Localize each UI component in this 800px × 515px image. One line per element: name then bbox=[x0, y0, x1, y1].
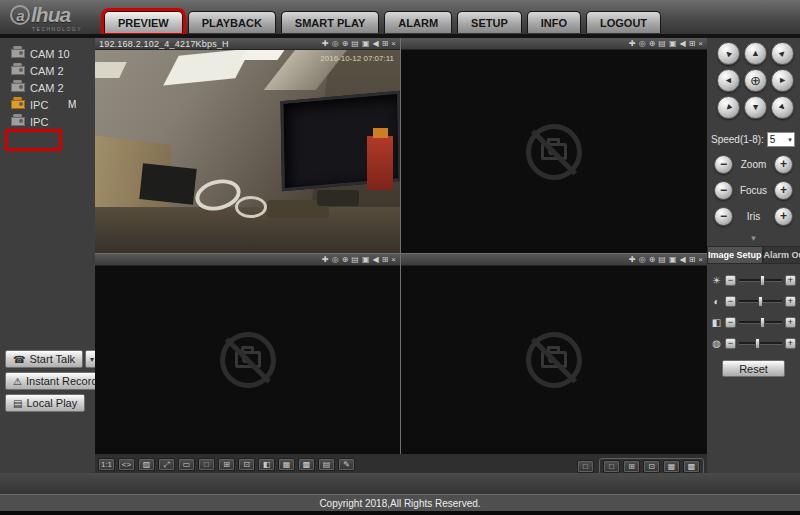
channel-ipc[interactable]: IPC bbox=[0, 113, 94, 130]
fluency-button[interactable]: ▨ bbox=[138, 458, 155, 471]
split-8-button[interactable]: ◧ bbox=[258, 458, 275, 471]
tab-alarm-out[interactable]: Alarm Out bbox=[763, 246, 800, 264]
stream-icon[interactable]: ⊞ bbox=[382, 255, 389, 265]
channel-cam2-a[interactable]: CAM 2 bbox=[0, 62, 94, 79]
close-icon[interactable]: × bbox=[391, 39, 396, 49]
focus-minus-button[interactable]: − bbox=[714, 181, 733, 200]
iris-plus-button[interactable]: + bbox=[774, 207, 793, 226]
audio-icon[interactable]: ◀ bbox=[679, 39, 685, 49]
ptz-right-button[interactable]: ▲ bbox=[771, 69, 794, 92]
brightness-slider[interactable] bbox=[739, 279, 782, 282]
ptz-collapse-arrow[interactable]: ▼ bbox=[707, 234, 800, 243]
split-13-button[interactable]: ▩ bbox=[298, 458, 315, 471]
stream-icon[interactable]: ⊞ bbox=[689, 255, 696, 265]
video-pane-1[interactable]: 192.168.2.102_4_4217Kbps_H ✚ ◎ ⊕ ▤ ▣ ◀ ⊞… bbox=[95, 38, 400, 253]
ptz-icon[interactable]: ✚ bbox=[629, 255, 636, 265]
channel-ipc-active[interactable]: IPC M bbox=[0, 96, 94, 113]
ptz-icon[interactable]: ✚ bbox=[322, 39, 329, 49]
channel-cam2-b[interactable]: CAM 2 bbox=[0, 79, 94, 96]
ptz-down-right-button[interactable]: ▲ bbox=[771, 96, 794, 119]
video-pane-2[interactable]: ✚ ◎ ⊕ ▤ ▣ ◀ ⊞ × bbox=[401, 38, 707, 253]
saturation-minus-button[interactable]: − bbox=[725, 317, 736, 328]
video-pane-4[interactable]: ✚ ◎ ⊕ ▤ ▣ ◀ ⊞ × bbox=[401, 254, 707, 454]
contrast-slider[interactable] bbox=[739, 300, 782, 303]
instant-record-button[interactable]: ⚠ Instant Record bbox=[5, 372, 106, 390]
tab-image-setup[interactable]: Image Setup bbox=[707, 246, 763, 264]
local-play-button[interactable]: ▤ Local Play bbox=[5, 394, 85, 412]
layout-6-button[interactable]: ⊡ bbox=[643, 460, 660, 473]
snapshot-icon[interactable]: ▣ bbox=[669, 255, 677, 265]
record-icon[interactable]: ▤ bbox=[351, 255, 359, 265]
snapshot-icon[interactable]: ▣ bbox=[362, 255, 370, 265]
split-6-button[interactable]: ⊡ bbox=[238, 458, 255, 471]
slider-thumb[interactable] bbox=[760, 317, 765, 328]
audio-icon[interactable]: ◀ bbox=[372, 255, 378, 265]
reset-button[interactable]: Reset bbox=[722, 360, 785, 377]
start-talk-button[interactable]: ☎ Start Talk bbox=[5, 350, 83, 368]
split-1-button[interactable]: □ bbox=[198, 458, 215, 471]
hue-plus-button[interactable]: + bbox=[785, 338, 796, 349]
close-icon[interactable]: × bbox=[391, 255, 396, 265]
speed-select[interactable]: 5 ▾ bbox=[767, 132, 795, 147]
record-icon[interactable]: ▤ bbox=[351, 39, 359, 49]
video-pane-3[interactable]: ✚ ◎ ⊕ ▤ ▣ ◀ ⊞ × bbox=[95, 254, 400, 454]
layout-9-button[interactable]: ▦ bbox=[663, 460, 680, 473]
channel-cam10[interactable]: CAM 10 bbox=[0, 45, 94, 62]
split-16-button[interactable]: ▤ bbox=[318, 458, 335, 471]
slider-thumb[interactable] bbox=[758, 296, 763, 307]
adaptive-size-button[interactable]: <> bbox=[118, 458, 135, 471]
digital-zoom-icon[interactable]: ⊕ bbox=[342, 39, 349, 49]
zoom-in-button[interactable]: + bbox=[774, 155, 793, 174]
tab-logout[interactable]: LOGOUT bbox=[586, 11, 661, 33]
snapshot-icon[interactable]: ▣ bbox=[362, 39, 370, 49]
hue-minus-button[interactable]: − bbox=[725, 338, 736, 349]
split-4-button[interactable]: ⊞ bbox=[218, 458, 235, 471]
ptz-up-button[interactable]: ▲ bbox=[744, 42, 767, 65]
tab-info[interactable]: INFO bbox=[527, 11, 581, 33]
tab-preview[interactable]: PREVIEW bbox=[104, 11, 183, 33]
layout-16-button[interactable]: ▩ bbox=[683, 460, 700, 473]
layout-1-button[interactable]: □ bbox=[603, 460, 620, 473]
snapshot-icon[interactable]: ▣ bbox=[669, 39, 677, 49]
contrast-plus-button[interactable]: + bbox=[785, 296, 796, 307]
slider-thumb[interactable] bbox=[755, 338, 760, 349]
contrast-minus-button[interactable]: − bbox=[725, 296, 736, 307]
ptz-quick-position-button[interactable]: ⊕ bbox=[744, 69, 767, 92]
iris-minus-button[interactable]: − bbox=[714, 207, 733, 226]
original-size-button[interactable]: 1:1 bbox=[98, 458, 115, 471]
layout-4-button[interactable]: ⊞ bbox=[623, 460, 640, 473]
tab-smart-play[interactable]: SMART PLAY bbox=[281, 11, 380, 33]
audio-icon[interactable]: ◀ bbox=[679, 255, 685, 265]
ptz-down-left-button[interactable]: ▲ bbox=[717, 96, 740, 119]
ptz-icon[interactable]: ✚ bbox=[322, 255, 329, 265]
audio-icon[interactable]: ◀ bbox=[372, 39, 378, 49]
ptz-icon[interactable]: ✚ bbox=[629, 39, 636, 49]
saturation-slider[interactable] bbox=[739, 321, 782, 324]
split-9-button[interactable]: ▦ bbox=[278, 458, 295, 471]
focus-plus-button[interactable]: + bbox=[774, 181, 793, 200]
record-icon[interactable]: ▤ bbox=[658, 255, 666, 265]
digital-zoom-icon[interactable]: ⊕ bbox=[649, 255, 656, 265]
fullscreen-button[interactable]: ⤢ bbox=[158, 458, 175, 471]
brightness-minus-button[interactable]: − bbox=[725, 275, 736, 286]
digital-zoom-icon[interactable]: ⊕ bbox=[342, 255, 349, 265]
ptz-up-left-button[interactable]: ▲ bbox=[717, 42, 740, 65]
fisheye-icon[interactable]: ◎ bbox=[332, 255, 339, 265]
ptz-down-button[interactable]: ▲ bbox=[744, 96, 767, 119]
tab-alarm[interactable]: ALARM bbox=[384, 11, 452, 33]
slider-thumb[interactable] bbox=[760, 275, 765, 286]
close-icon[interactable]: × bbox=[698, 39, 703, 49]
ptz-up-right-button[interactable]: ▲ bbox=[771, 42, 794, 65]
ptz-left-button[interactable]: ▲ bbox=[717, 69, 740, 92]
stream-icon[interactable]: ⊞ bbox=[382, 39, 389, 49]
close-icon[interactable]: × bbox=[698, 255, 703, 265]
saturation-plus-button[interactable]: + bbox=[785, 317, 796, 328]
custom-split-button[interactable]: ✎ bbox=[338, 458, 355, 471]
hue-slider[interactable] bbox=[739, 342, 782, 345]
tab-playback[interactable]: PLAYBACK bbox=[188, 11, 276, 33]
split-wide-button[interactable]: ▭ bbox=[178, 458, 195, 471]
fisheye-icon[interactable]: ◎ bbox=[332, 39, 339, 49]
fisheye-icon[interactable]: ◎ bbox=[639, 255, 646, 265]
brightness-plus-button[interactable]: + bbox=[785, 275, 796, 286]
record-icon[interactable]: ▤ bbox=[658, 39, 666, 49]
